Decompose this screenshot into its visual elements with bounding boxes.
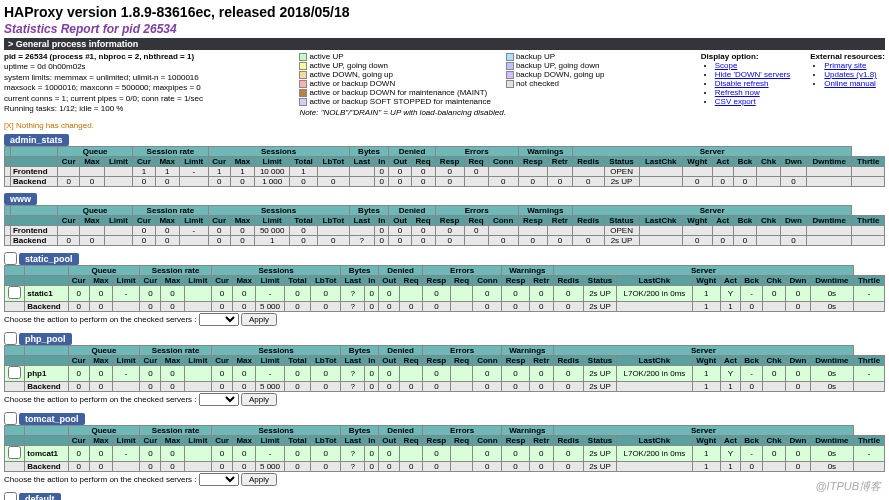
action-select[interactable] <box>199 473 239 486</box>
col-header: Dwn <box>786 436 811 446</box>
cell: OPEN <box>604 167 639 177</box>
apply-button[interactable]: Apply <box>241 313 277 326</box>
col-header: Dwn <box>781 157 807 167</box>
cell: 0 <box>211 302 232 312</box>
col-group: Errors <box>435 147 518 157</box>
col-header: Retr <box>547 216 572 226</box>
cell: 0 <box>473 382 502 392</box>
col-group: Queue <box>68 266 140 276</box>
display-option-link[interactable]: Hide 'DOWN' servers <box>715 70 791 79</box>
server-check[interactable] <box>8 366 21 379</box>
cell: 0 <box>233 382 256 392</box>
legend-label: active UP, going down <box>309 61 388 70</box>
cell: 0 <box>400 462 423 472</box>
cell: 10 000 <box>255 167 290 177</box>
proxy-name[interactable]: admin_stats <box>4 134 69 146</box>
cell: Y <box>720 366 740 382</box>
col-header: Last <box>341 356 365 366</box>
cell: 0 <box>473 366 502 382</box>
cell <box>733 226 756 236</box>
cell: 0 <box>518 177 547 187</box>
cell: 0 <box>80 236 104 246</box>
col-header <box>25 356 68 366</box>
col-header: Cur <box>68 436 89 446</box>
col-header: Last <box>349 216 374 226</box>
cell: 0 <box>68 286 89 302</box>
external-link[interactable]: Online manual <box>824 79 876 88</box>
col-header: Wght <box>692 436 720 446</box>
col-header: Conn <box>488 157 518 167</box>
server-check[interactable] <box>8 446 21 459</box>
cell: 1 <box>692 286 720 302</box>
col-header: Req <box>411 216 435 226</box>
cell: 0 <box>211 462 232 472</box>
action-select[interactable] <box>199 313 239 326</box>
legend-color <box>299 89 307 97</box>
external-link[interactable]: Primary site <box>824 61 866 70</box>
proxy-check[interactable] <box>4 332 17 345</box>
cell: - <box>854 446 885 462</box>
col-header: Wght <box>682 157 712 167</box>
cell: 1 <box>720 382 740 392</box>
cell: 5 000 <box>256 462 284 472</box>
server-check[interactable] <box>8 286 21 299</box>
col-header: Resp <box>518 216 547 226</box>
col-header: Total <box>284 356 311 366</box>
cell: 0 <box>233 462 256 472</box>
col-header: Resp <box>518 157 547 167</box>
proxy-name[interactable]: default <box>19 493 61 501</box>
cell: 0 <box>502 382 530 392</box>
cell: 0 <box>284 382 311 392</box>
sys-maxsock: maxsock = 1000016; maxconn = 500000; max… <box>4 83 203 93</box>
cell <box>518 226 547 236</box>
display-option-link[interactable]: CSV export <box>715 97 756 106</box>
col-header: Limit <box>179 157 208 167</box>
cell: 0 <box>379 446 400 462</box>
col-group: Queue <box>57 206 132 216</box>
display-option-link[interactable]: Scope <box>715 61 738 70</box>
cell: 0 <box>786 366 811 382</box>
cell <box>184 446 211 462</box>
cell: 0 <box>553 302 583 312</box>
cell: 0 <box>682 236 712 246</box>
cell <box>572 226 604 236</box>
cell: 0 <box>284 366 311 382</box>
display-option-link[interactable]: Refresh now <box>715 88 760 97</box>
display-option-link[interactable]: Disable refresh <box>715 79 769 88</box>
nothing-changed: [X] Nothing has changed. <box>4 121 885 130</box>
col-header: In <box>365 436 379 446</box>
cell: 0 <box>553 286 583 302</box>
proxy-check[interactable] <box>4 412 17 425</box>
row-name: Backend <box>25 382 68 392</box>
col-group: Sessions <box>211 266 340 276</box>
col-group <box>10 147 57 157</box>
proxy-name[interactable]: tomcat_pool <box>19 413 85 425</box>
cell: 0 <box>464 226 488 236</box>
apply-button[interactable]: Apply <box>241 393 277 406</box>
proxy-check[interactable] <box>4 492 17 500</box>
col-header: Bck <box>741 276 763 286</box>
cell <box>104 177 133 187</box>
col-header: Cur <box>133 216 155 226</box>
apply-button[interactable]: Apply <box>241 473 277 486</box>
cell <box>852 226 885 236</box>
sys-pid: pid = 26534 (process #1, nbproc = 2, nbt… <box>4 52 203 62</box>
cell: 0 <box>311 366 341 382</box>
col-header: Cur <box>57 216 79 226</box>
proxy-check[interactable] <box>4 252 17 265</box>
cell: ? <box>341 382 365 392</box>
cell: 0 <box>57 236 79 246</box>
proxy-name[interactable]: static_pool <box>19 253 79 265</box>
col-group <box>25 426 68 436</box>
legend-color <box>299 98 307 106</box>
external-link[interactable]: Updates (v1.8) <box>824 70 876 79</box>
proxy-name[interactable]: php_pool <box>19 333 72 345</box>
action-select[interactable] <box>199 393 239 406</box>
cell: - <box>113 446 140 462</box>
col-header: Conn <box>473 276 502 286</box>
cell: 0 <box>786 382 811 392</box>
cell: 0 <box>233 302 256 312</box>
col-group <box>5 426 25 436</box>
cell <box>5 382 25 392</box>
proxy-name[interactable]: www <box>4 193 37 205</box>
